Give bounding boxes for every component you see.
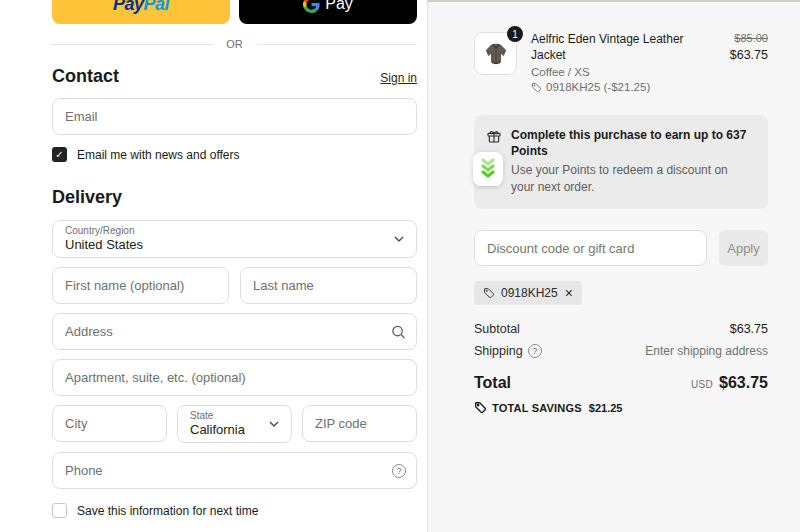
phone-input[interactable] xyxy=(52,452,417,489)
cost-summary: Subtotal $63.75 Shipping ? Enter shippin… xyxy=(474,322,768,358)
applied-discount-chip: 0918KH25 × xyxy=(474,281,582,305)
address-input[interactable] xyxy=(52,313,417,350)
save-info-checkbox-row[interactable]: Save this information for next time xyxy=(52,503,417,518)
google-g-icon xyxy=(303,0,320,13)
help-icon[interactable]: ? xyxy=(392,464,406,478)
points-banner-title: Complete this purchase to earn up to 637… xyxy=(511,127,756,159)
chevron-down-icon xyxy=(394,236,404,242)
points-banner-body: Use your Points to redeem a discount on … xyxy=(511,162,741,197)
or-text: OR xyxy=(226,38,243,50)
discount-code-row: Apply xyxy=(474,230,768,266)
quantity-badge: 1 xyxy=(507,26,523,42)
state-select-label: State xyxy=(190,410,279,422)
product-title: Aelfric Eden Vintage Leather Jacket xyxy=(531,32,716,63)
newsletter-label: Email me with news and offers xyxy=(77,148,240,162)
discount-code-input[interactable] xyxy=(474,230,707,266)
gpay-label: Pay xyxy=(325,0,353,13)
tag-icon xyxy=(483,287,495,299)
save-info-checkbox[interactable] xyxy=(52,503,67,518)
shipping-help-icon[interactable]: ? xyxy=(528,344,542,358)
price-original: $85.00 xyxy=(730,32,768,44)
city-input[interactable] xyxy=(52,405,167,442)
total-value: $63.75 xyxy=(719,374,768,392)
currency-code: USD xyxy=(691,379,713,390)
tag-icon xyxy=(474,401,487,414)
line-discount: 0918KH25 (-$21.25) xyxy=(531,81,716,93)
country-select-label: Country/Region xyxy=(65,225,404,237)
checkout-page: PayPal Pay OR xyxy=(0,0,800,532)
delivery-heading: Delivery xyxy=(52,187,417,208)
order-summary-panel: 1 Aelfric Eden Vintage Leather Jacket Co… xyxy=(427,0,800,532)
google-pay-button[interactable]: Pay xyxy=(239,0,417,24)
remove-discount-icon[interactable]: × xyxy=(565,286,573,300)
price-current: $63.75 xyxy=(730,48,768,62)
divider-line xyxy=(52,44,212,45)
subtotal-value: $63.75 xyxy=(730,322,768,336)
savings-value: $21.25 xyxy=(589,402,623,414)
newsletter-checkbox-row[interactable]: ✓ Email me with news and offers xyxy=(52,147,417,162)
cart-line-item: 1 Aelfric Eden Vintage Leather Jacket Co… xyxy=(474,32,768,93)
zip-input[interactable] xyxy=(302,405,417,442)
first-name-input[interactable] xyxy=(52,267,229,304)
contact-heading: Contact xyxy=(52,66,119,87)
country-select-value: United States xyxy=(65,237,404,253)
rewards-widget-launcher[interactable] xyxy=(473,152,503,186)
jacket-image xyxy=(481,39,511,69)
search-icon xyxy=(391,324,406,339)
tag-icon xyxy=(531,82,542,93)
or-divider: OR xyxy=(52,38,417,50)
newsletter-checkbox[interactable]: ✓ xyxy=(52,147,67,162)
signin-link[interactable]: Sign in xyxy=(380,71,417,85)
line-discount-text: 0918KH25 (-$21.25) xyxy=(546,81,650,93)
express-checkout-row: PayPal Pay xyxy=(52,0,417,24)
email-input[interactable] xyxy=(52,98,417,135)
country-select[interactable]: Country/Region United States xyxy=(52,220,417,258)
total-savings-row: TOTAL SAVINGS $21.25 xyxy=(474,401,768,414)
last-name-input[interactable] xyxy=(240,267,417,304)
state-select-value: California xyxy=(190,422,279,438)
checkout-form-column: PayPal Pay OR xyxy=(0,0,427,532)
savings-label: TOTAL SAVINGS xyxy=(492,402,582,414)
paypal-logo: PayPal xyxy=(113,0,169,15)
shipping-label: Shipping xyxy=(474,344,523,358)
paypal-button[interactable]: PayPal xyxy=(52,0,230,24)
shipping-value: Enter shipping address xyxy=(645,344,768,358)
total-row: Total USD $63.75 xyxy=(474,374,768,392)
total-label: Total xyxy=(474,374,511,392)
apartment-input[interactable] xyxy=(52,359,417,396)
points-banner: Complete this purchase to earn up to 637… xyxy=(474,115,768,209)
subtotal-label: Subtotal xyxy=(474,322,520,336)
double-chevron-down-icon xyxy=(480,158,496,180)
apply-discount-button[interactable]: Apply xyxy=(719,230,768,266)
product-variant: Coffee / XS xyxy=(531,66,716,78)
state-select[interactable]: State California xyxy=(177,405,292,443)
divider-line xyxy=(257,44,417,45)
applied-discount-code: 0918KH25 xyxy=(501,286,558,300)
save-info-label: Save this information for next time xyxy=(77,504,258,518)
chevron-down-icon xyxy=(269,421,279,427)
